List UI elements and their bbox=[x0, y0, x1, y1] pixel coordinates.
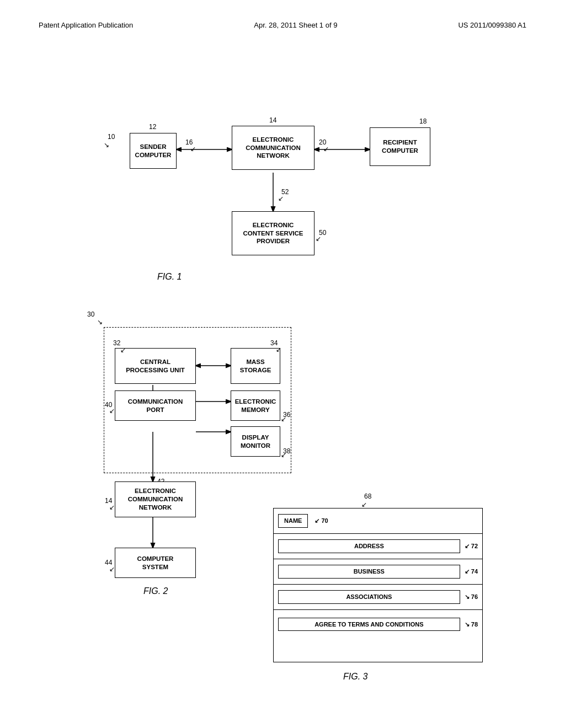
ref-18: 18 bbox=[419, 117, 427, 125]
ref-40-arrow: ↙ bbox=[109, 407, 115, 415]
ref-30: 30 bbox=[87, 311, 94, 318]
ecn-label-fig2: ELECTRONICCOMMUNICATIONNETWORK bbox=[128, 487, 183, 512]
sender-computer-label: SENDERCOMPUTER bbox=[135, 143, 172, 159]
ref-20-arrow: ↙ bbox=[323, 145, 329, 153]
display-monitor-box: DISPLAYMONITOR bbox=[231, 426, 280, 457]
memory-label: ELECTRONICMEMORY bbox=[235, 398, 276, 414]
cpu-box: CENTRALPROCESSING UNIT bbox=[115, 348, 196, 384]
row-address: ADDRESS ↙ 72 bbox=[274, 534, 482, 559]
ref-74-arrow: ↙ 74 bbox=[465, 568, 478, 575]
display-monitor-label: DISPLAYMONITOR bbox=[241, 433, 270, 450]
header-left: Patent Application Publication bbox=[39, 21, 133, 29]
label-10-arrow: ↘ bbox=[104, 141, 109, 149]
comm-port-box: COMMUNICATIONPORT bbox=[115, 390, 196, 421]
sender-computer-box: SENDERCOMPUTER bbox=[130, 133, 177, 169]
ecn-label-fig1: ELECTRONICCOMMUNICATIONNETWORK bbox=[246, 136, 300, 160]
memory-box: ELECTRONICMEMORY bbox=[231, 390, 280, 421]
fig3-outer-box: NAME ↙ 70 ADDRESS ↙ 72 BUSINESS ↙ 74 ASS… bbox=[273, 508, 483, 662]
name-field: NAME bbox=[278, 514, 308, 527]
ref-70-arrow: ↙ 70 bbox=[315, 517, 328, 524]
ref-32-arrow: ↙ bbox=[120, 346, 126, 354]
ref-72-arrow: ↙ 72 bbox=[465, 542, 478, 550]
ref-16-arrow: ↙ bbox=[190, 145, 196, 153]
header-right: US 2011/0099380 A1 bbox=[458, 21, 526, 29]
ecn-box-fig2: ELECTRONICCOMMUNICATIONNETWORK bbox=[115, 481, 196, 517]
ref-52-arrow: ↙ bbox=[278, 195, 284, 202]
ref-44-arrow: ↙ bbox=[109, 565, 115, 573]
ref-50-arrow: ↙ bbox=[316, 235, 321, 243]
row-business: BUSINESS ↙ 74 bbox=[274, 559, 482, 585]
ref-76-arrow: ↘ 76 bbox=[465, 593, 478, 601]
agree-field: AGREE TO TERMS AND CONDITIONS bbox=[278, 618, 460, 631]
associations-field: ASSOCIATIONS bbox=[278, 590, 460, 603]
ref-14-fig1: 14 bbox=[269, 116, 276, 124]
ref-34-arrow: ↙ bbox=[276, 346, 281, 354]
business-field: BUSINESS bbox=[278, 565, 460, 578]
computer-system-box: COMPUTERSYSTEM bbox=[115, 548, 196, 578]
address-field: ADDRESS bbox=[278, 539, 460, 553]
cpu-label: CENTRALPROCESSING UNIT bbox=[126, 358, 185, 374]
ref-38-arrow: ↙ bbox=[281, 451, 286, 459]
ref-12: 12 bbox=[149, 123, 156, 131]
page: Patent Application Publication Apr. 28, … bbox=[0, 0, 565, 728]
ref-68-arrow: ↙ bbox=[361, 501, 367, 508]
computer-system-label: COMPUTERSYSTEM bbox=[137, 555, 174, 571]
recipient-computer-label: RECIPIENTCOMPUTER bbox=[382, 138, 418, 155]
ref-36-arrow: ↙ bbox=[281, 415, 286, 423]
row-name: NAME ↙ 70 bbox=[274, 508, 482, 534]
row-agree: AGREE TO TERMS AND CONDITIONS ↘ 78 bbox=[274, 610, 482, 639]
ref-32: 32 bbox=[113, 339, 120, 347]
mass-storage-box: MASSSTORAGE bbox=[231, 348, 280, 384]
ref-78-arrow: ↘ 78 bbox=[465, 620, 478, 628]
ecn-box-fig1: ELECTRONICCOMMUNICATIONNETWORK bbox=[232, 126, 315, 170]
header-center: Apr. 28, 2011 Sheet 1 of 9 bbox=[254, 21, 337, 29]
fig2-label: FIG. 2 bbox=[143, 586, 168, 596]
ref-68: 68 bbox=[364, 493, 371, 500]
recipient-computer-box: RECIPIENTCOMPUTER bbox=[370, 127, 430, 166]
row-associations: ASSOCIATIONS ↘ 76 bbox=[274, 585, 482, 610]
ecsp-box: ELECTRONICCONTENT SERVICEPROVIDER bbox=[232, 211, 315, 255]
ref-14-fig2-arrow: ↙ bbox=[109, 504, 115, 511]
fig1-label: FIG. 1 bbox=[157, 272, 182, 282]
comm-port-label: COMMUNICATIONPORT bbox=[128, 398, 183, 414]
page-header: Patent Application Publication Apr. 28, … bbox=[22, 11, 543, 35]
ecsp-label: ELECTRONICCONTENT SERVICEPROVIDER bbox=[243, 221, 303, 246]
ref-30-arrow: ↘ bbox=[97, 318, 103, 326]
fig3-label: FIG. 3 bbox=[343, 672, 367, 682]
mass-storage-label: MASSSTORAGE bbox=[240, 358, 271, 374]
ref-10: 10 bbox=[108, 133, 115, 141]
diagrams-container: 10 ↘ SENDERCOMPUTER 12 16 ↙ ELECTRONICCO… bbox=[22, 40, 543, 719]
